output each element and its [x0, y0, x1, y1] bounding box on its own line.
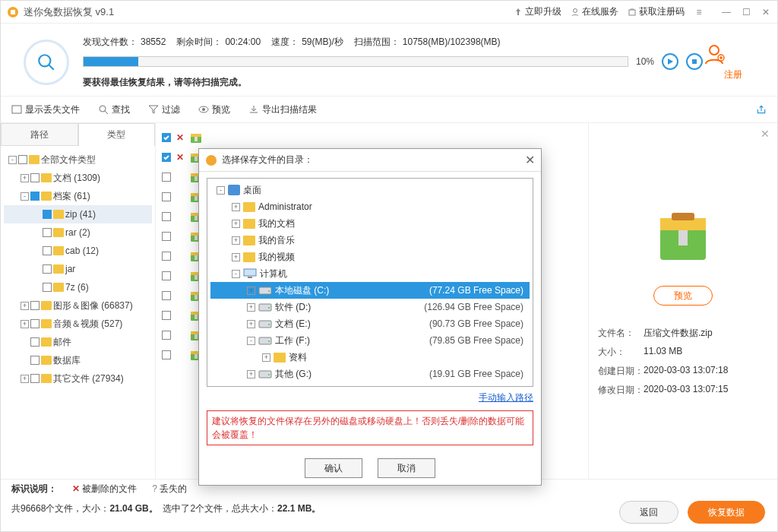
expand-icon[interactable] — [33, 247, 41, 255]
checkbox[interactable] — [30, 173, 40, 182]
get-regcode-link[interactable]: 获取注册码 — [628, 5, 685, 18]
tree-row[interactable]: +图形＆图像 (66837) — [4, 296, 152, 315]
checkbox[interactable] — [162, 212, 171, 221]
tree-row[interactable]: -全部文件类型 — [4, 150, 152, 169]
manual-path-link[interactable]: 手动输入路径 — [479, 392, 533, 403]
checkbox[interactable] — [162, 311, 171, 320]
minimize-button[interactable]: — — [721, 7, 732, 17]
tree-row[interactable]: +其它文件 (27934) — [4, 369, 152, 388]
checkbox[interactable] — [162, 133, 171, 142]
expand-icon[interactable]: + — [262, 353, 270, 362]
expand-icon[interactable]: + — [247, 303, 255, 312]
tree-row[interactable]: cab (12) — [4, 242, 152, 260]
tab-path[interactable]: 路径 — [1, 123, 78, 146]
checkbox[interactable] — [162, 232, 171, 241]
online-service-link[interactable]: 在线服务 — [571, 5, 618, 18]
checkbox[interactable] — [30, 356, 40, 365]
expand-icon[interactable]: + — [232, 236, 240, 245]
expand-icon[interactable]: + — [232, 220, 240, 228]
dialog-ok-button[interactable]: 确认 — [305, 458, 362, 478]
filter-button[interactable]: 过滤 — [148, 103, 180, 116]
checkbox[interactable] — [30, 374, 40, 383]
checkbox[interactable] — [30, 301, 40, 310]
checkbox[interactable] — [43, 264, 52, 274]
find-button[interactable]: 查找 — [98, 103, 130, 116]
tree-row[interactable]: 7z (6) — [4, 278, 152, 296]
expand-icon[interactable]: - — [232, 270, 240, 278]
tab-type[interactable]: 类型 — [78, 123, 156, 146]
dialog-close-button[interactable]: ✕ — [525, 153, 535, 167]
share-button[interactable] — [756, 104, 767, 115]
expand-icon[interactable]: + — [247, 370, 255, 378]
expand-icon[interactable]: + — [21, 302, 29, 310]
show-lost-button[interactable]: 显示丢失文件 — [11, 103, 80, 116]
tree-row[interactable]: 数据库 — [4, 351, 152, 369]
checkbox[interactable] — [43, 246, 52, 255]
checkbox[interactable] — [30, 192, 40, 201]
expand-icon[interactable]: + — [21, 375, 29, 383]
checkbox[interactable] — [30, 337, 40, 347]
register-button[interactable]: 注册 — [703, 43, 764, 81]
expand-icon[interactable]: + — [247, 320, 255, 328]
checkbox[interactable] — [43, 283, 52, 292]
expand-icon[interactable] — [21, 338, 29, 347]
checkbox[interactable] — [162, 173, 171, 182]
directory-tree[interactable]: -桌面+Administrator+我的文档+我的音乐+我的视频-计算机+本地磁… — [207, 178, 533, 387]
tree-row[interactable]: -档案 (61) — [4, 187, 152, 205]
do-preview-button[interactable]: 预览 — [653, 286, 713, 306]
dir-row[interactable]: +Administrator — [210, 198, 530, 215]
checkbox[interactable] — [43, 210, 52, 219]
expand-icon[interactable]: + — [232, 253, 240, 261]
checkbox[interactable] — [30, 319, 40, 328]
expand-icon[interactable]: + — [21, 320, 29, 328]
expand-icon[interactable]: + — [247, 287, 255, 295]
checkbox[interactable] — [162, 291, 171, 300]
tree-row[interactable]: rar (2) — [4, 223, 152, 242]
expand-icon[interactable] — [33, 211, 41, 219]
expand-icon[interactable]: + — [232, 203, 240, 211]
export-button[interactable]: 导出扫描结果 — [248, 103, 317, 116]
dir-row[interactable]: -桌面 — [210, 182, 530, 198]
checkbox[interactable] — [18, 155, 27, 164]
close-preview-icon[interactable]: ✕ — [761, 128, 770, 140]
dir-row[interactable]: -计算机 — [210, 265, 530, 282]
dir-row[interactable]: +我的视频 — [210, 249, 530, 265]
type-tree[interactable]: -全部文件类型+文档 (1309)-档案 (61)zip (41)rar (2)… — [1, 146, 155, 479]
tree-row[interactable]: zip (41) — [4, 205, 152, 223]
stop-button[interactable] — [686, 53, 703, 70]
checkbox[interactable] — [43, 228, 52, 237]
file-row[interactable]: ✕ — [159, 128, 585, 147]
maximize-button[interactable]: ☐ — [741, 7, 751, 17]
recover-button[interactable]: 恢复数据 — [688, 501, 765, 524]
expand-icon[interactable]: - — [247, 337, 255, 345]
dir-row[interactable]: +资料 — [210, 349, 530, 366]
expand-icon[interactable] — [33, 283, 41, 292]
close-button[interactable]: ✕ — [761, 7, 771, 17]
expand-icon[interactable] — [21, 356, 29, 365]
preview-button[interactable]: 预览 — [198, 103, 230, 116]
dir-row[interactable]: +软件 (D:)(126.94 GB Free Space) — [210, 299, 530, 315]
checkbox[interactable] — [162, 153, 171, 162]
tree-row[interactable]: jar — [4, 260, 152, 278]
dialog-cancel-button[interactable]: 取消 — [378, 458, 435, 478]
checkbox[interactable] — [162, 350, 171, 359]
play-button[interactable] — [662, 53, 678, 70]
dir-row[interactable]: -工作 (F:)(79.85 GB Free Space) — [210, 332, 530, 349]
menu-icon[interactable]: ≡ — [694, 7, 704, 17]
tree-row[interactable]: +音频＆视频 (527) — [4, 315, 152, 333]
checkbox[interactable] — [162, 331, 171, 340]
tree-row[interactable]: 邮件 — [4, 333, 152, 351]
expand-icon[interactable] — [33, 229, 41, 237]
expand-icon[interactable]: - — [21, 192, 29, 201]
expand-icon[interactable]: - — [8, 156, 17, 164]
dir-row[interactable]: +本地磁盘 (C:)(77.24 GB Free Space) — [210, 282, 530, 299]
dir-row[interactable]: +我的文档 — [210, 215, 530, 232]
checkbox[interactable] — [162, 192, 171, 201]
expand-icon[interactable]: + — [21, 174, 29, 182]
checkbox[interactable] — [162, 271, 171, 280]
dir-row[interactable]: +其他 (G:)(19.91 GB Free Space) — [210, 366, 530, 382]
tree-row[interactable]: +文档 (1309) — [4, 169, 152, 187]
checkbox[interactable] — [162, 252, 171, 261]
dir-row[interactable]: +我的音乐 — [210, 232, 530, 249]
upgrade-link[interactable]: 立即升级 — [514, 5, 561, 18]
